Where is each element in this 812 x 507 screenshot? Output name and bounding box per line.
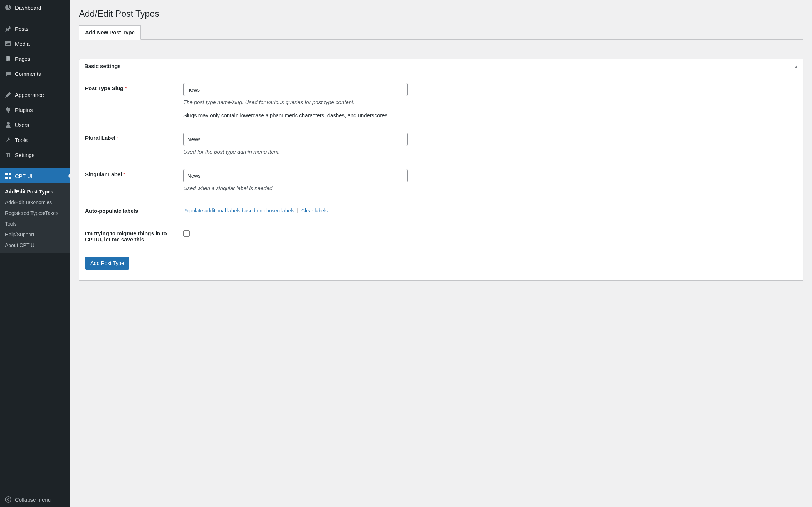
sidebar-item-comments[interactable]: Comments (0, 66, 70, 81)
sidebar-item-media[interactable]: Media (0, 36, 70, 51)
sidebar-item-appearance[interactable]: Appearance (0, 87, 70, 102)
comments-icon (4, 70, 12, 78)
submenu-about-cpt-ui[interactable]: About CPT UI (0, 240, 70, 251)
sidebar-item-tools[interactable]: Tools (0, 132, 70, 147)
label-singular: Singular Label (85, 171, 122, 177)
sidebar-item-posts[interactable]: Posts (0, 21, 70, 36)
menu-separator (0, 17, 70, 19)
input-plural-label[interactable] (183, 133, 408, 146)
input-post-type-slug[interactable] (183, 83, 408, 96)
submenu-help-support[interactable]: Help/Support (0, 229, 70, 240)
sidebar-item-label: Plugins (15, 107, 33, 113)
svg-rect-3 (5, 177, 8, 179)
sidebar-item-label: Comments (15, 71, 41, 77)
link-clear-labels[interactable]: Clear labels (301, 208, 328, 213)
sidebar-item-users[interactable]: Users (0, 117, 70, 132)
checkbox-migrate[interactable] (183, 230, 190, 237)
submenu-add-edit-post-types[interactable]: Add/Edit Post Types (0, 186, 70, 197)
link-populate-labels[interactable]: Populate additional labels based on chos… (183, 208, 294, 213)
add-post-type-button[interactable]: Add Post Type (85, 257, 129, 270)
menu-separator (0, 164, 70, 166)
submenu-registered-types-taxes[interactable]: Registered Types/Taxes (0, 208, 70, 218)
desc-post-type-slug: The post type name/slug. Used for variou… (183, 99, 797, 105)
label-post-type-slug: Post Type Slug (85, 85, 123, 91)
main-content: Add/Edit Post Types Add New Post Type Ba… (70, 0, 812, 507)
pages-icon (4, 55, 12, 63)
required-indicator: * (125, 85, 127, 91)
svg-rect-1 (5, 173, 8, 175)
svg-rect-0 (6, 56, 10, 61)
sidebar-item-settings[interactable]: Settings (0, 147, 70, 162)
panel-heading: Basic settings (84, 63, 121, 69)
dashboard-icon (4, 4, 12, 11)
label-auto-populate: Auto-populate labels (85, 208, 138, 214)
sidebar-item-label: Settings (15, 152, 34, 158)
page-title: Add/Edit Post Types (79, 9, 803, 19)
media-icon (4, 40, 12, 48)
basic-settings-panel: Basic settings ▲ Post Type Slug * The po… (79, 59, 803, 281)
tab-add-new-post-type[interactable]: Add New Post Type (79, 25, 141, 40)
desc-singular: Used when a singular label is needed. (183, 185, 797, 191)
svg-point-5 (5, 497, 11, 502)
cptui-icon (4, 172, 12, 180)
sidebar-item-label: Media (15, 41, 30, 47)
sidebar-item-label: Tools (15, 137, 28, 143)
sidebar-item-plugins[interactable]: Plugins (0, 102, 70, 117)
desc-plural: Used for the post type admin menu item. (183, 149, 797, 155)
users-icon (4, 121, 12, 129)
row-auto-populate: Auto-populate labels Populate additional… (85, 206, 797, 214)
menu-separator (0, 83, 70, 85)
input-singular-label[interactable] (183, 169, 408, 182)
pin-icon (4, 25, 12, 33)
sidebar-item-dashboard[interactable]: Dashboard (0, 0, 70, 15)
panel-toggle-icon: ▲ (794, 64, 798, 68)
settings-icon (4, 151, 12, 159)
submenu-add-edit-taxonomies[interactable]: Add/Edit Taxonomies (0, 197, 70, 208)
sidebar-item-label: CPT UI (15, 173, 33, 179)
required-indicator: * (117, 135, 119, 141)
sidebar-item-pages[interactable]: Pages (0, 51, 70, 66)
sidebar-item-cptui[interactable]: CPT UI (0, 168, 70, 183)
cptui-submenu: Add/Edit Post Types Add/Edit Taxonomies … (0, 183, 70, 254)
sidebar-item-label: Appearance (15, 92, 44, 98)
appearance-icon (4, 91, 12, 99)
collapse-icon (4, 496, 12, 503)
sidebar-item-label: Dashboard (15, 5, 41, 11)
row-post-type-slug: Post Type Slug * The post type name/slug… (85, 83, 797, 118)
row-singular-label: Singular Label * Used when a singular la… (85, 169, 797, 191)
link-separator: | (297, 208, 298, 213)
required-indicator: * (123, 172, 125, 177)
tabs-bar: Add New Post Type (79, 25, 803, 40)
panel-header[interactable]: Basic settings ▲ (79, 59, 803, 73)
panel-body: Post Type Slug * The post type name/slug… (79, 73, 803, 280)
svg-rect-4 (9, 177, 11, 179)
collapse-menu[interactable]: Collapse menu (0, 492, 70, 507)
row-migrate: I'm trying to migrate things in to CPTUI… (85, 228, 797, 242)
collapse-label: Collapse menu (15, 497, 51, 503)
label-plural: Plural Label (85, 135, 115, 141)
sidebar-item-label: Posts (15, 26, 29, 32)
sidebar-item-label: Pages (15, 56, 30, 62)
sidebar-item-label: Users (15, 122, 29, 128)
row-plural-label: Plural Label * Used for the post type ad… (85, 133, 797, 155)
label-migrate: I'm trying to migrate things in to CPTUI… (85, 230, 167, 242)
svg-rect-2 (9, 173, 11, 175)
admin-sidebar: Dashboard Posts Media Pages Comments App… (0, 0, 70, 507)
submenu-tools[interactable]: Tools (0, 218, 70, 229)
tools-icon (4, 136, 12, 144)
plugins-icon (4, 106, 12, 114)
note-slug-chars: Slugs may only contain lowercase alphanu… (183, 112, 797, 118)
